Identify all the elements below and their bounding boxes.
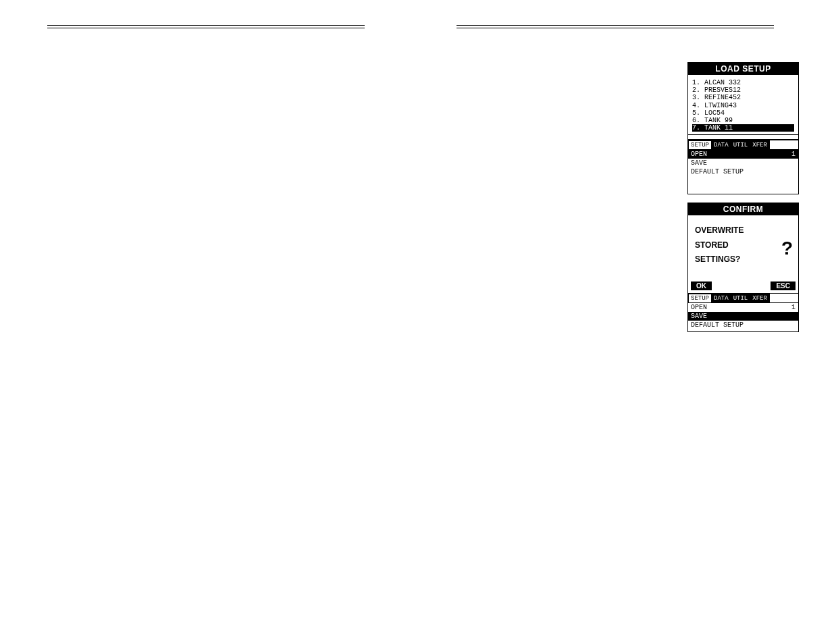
list-item[interactable]: 2. PRESVES12 bbox=[692, 86, 794, 94]
menu-save[interactable]: SAVE bbox=[688, 312, 798, 321]
device1-setup-list: 1. ALCAN 332 2. PRESVES12 3. REFINE452 4… bbox=[688, 75, 798, 133]
confirm-line-1: OVERWRITE bbox=[695, 223, 791, 238]
device-load-setup: LOAD SETUP 1. ALCAN 332 2. PRESVES12 3. … bbox=[687, 62, 799, 194]
header-rule-left bbox=[47, 25, 365, 28]
menu-open[interactable]: OPEN1 bbox=[688, 150, 798, 159]
confirm-body: OVERWRITE STORED SETTINGS? ? bbox=[688, 215, 798, 281]
list-item[interactable]: 5. LOC54 bbox=[692, 109, 794, 117]
tab-util[interactable]: UTIL bbox=[731, 294, 751, 302]
tab-setup[interactable]: SETUP bbox=[688, 294, 712, 302]
tab-util[interactable]: UTIL bbox=[731, 140, 751, 149]
device1-menu: OPEN1 SAVE DEFAULT SETUP bbox=[688, 149, 798, 176]
header-rule-right bbox=[457, 25, 774, 28]
divider bbox=[688, 134, 798, 140]
page-right: LOAD SETUP 1. ALCAN 332 2. PRESVES12 3. … bbox=[457, 0, 821, 644]
confirm-line-2: STORED bbox=[695, 238, 791, 253]
device1-tabs: SETUP DATA UTIL XFER bbox=[688, 140, 798, 149]
menu-open[interactable]: OPEN1 bbox=[688, 303, 798, 312]
device-confirm: CONFIRM OVERWRITE STORED SETTINGS? ? OK … bbox=[687, 203, 799, 332]
menu-default-setup[interactable]: DEFAULT SETUP bbox=[688, 321, 798, 329]
list-item[interactable]: 3. REFINE452 bbox=[692, 94, 794, 101]
list-item[interactable]: 1. ALCAN 332 bbox=[692, 79, 794, 86]
confirm-buttons: OK ESC bbox=[688, 281, 798, 293]
page-left bbox=[47, 0, 412, 644]
device1-title: LOAD SETUP bbox=[688, 63, 798, 75]
tab-xfer[interactable]: XFER bbox=[750, 140, 770, 149]
device2-tabs: SETUP DATA UTIL XFER bbox=[688, 293, 798, 302]
list-item[interactable]: 4. LTWING43 bbox=[692, 102, 794, 109]
menu-default-setup[interactable]: DEFAULT SETUP bbox=[688, 167, 798, 176]
tab-xfer[interactable]: XFER bbox=[750, 294, 770, 302]
confirm-line-3: SETTINGS? bbox=[695, 252, 791, 267]
question-mark-icon: ? bbox=[781, 232, 793, 265]
tab-data[interactable]: DATA bbox=[711, 294, 731, 302]
tab-data[interactable]: DATA bbox=[711, 140, 731, 149]
esc-button[interactable]: ESC bbox=[771, 281, 796, 290]
menu-save[interactable]: SAVE bbox=[688, 159, 798, 167]
tab-setup[interactable]: SETUP bbox=[688, 140, 712, 149]
device2-title: CONFIRM bbox=[688, 203, 798, 215]
list-item[interactable]: 6. TANK 99 bbox=[692, 117, 794, 124]
device2-menu: OPEN1 SAVE DEFAULT SETUP bbox=[688, 302, 798, 329]
ok-button[interactable]: OK bbox=[691, 281, 712, 290]
list-item-selected[interactable]: 7. TANK 11 bbox=[692, 124, 794, 132]
